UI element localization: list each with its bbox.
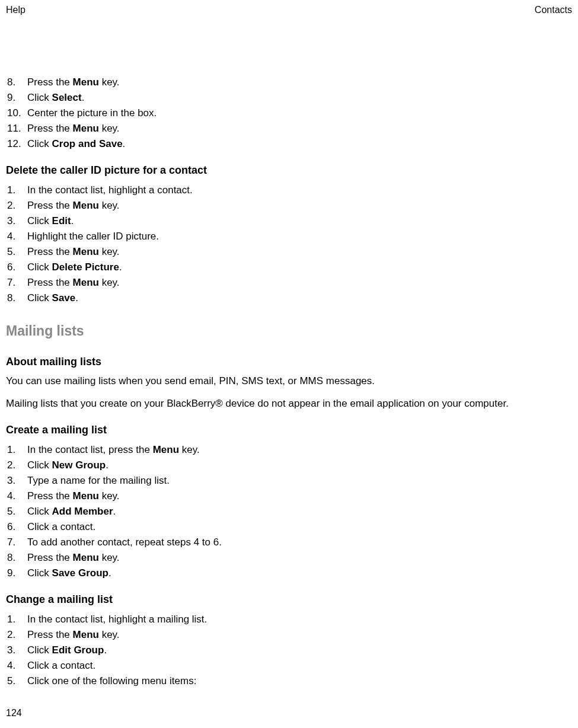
list-item-text: Click a contact. [23,658,95,673]
list-item-text-pre: Click [27,215,52,226]
list-item-text: Type a name for the mailing list. [23,473,170,488]
heading-about-mailing-lists: About mailing lists [6,356,572,368]
list-item: 11.Press the Menu key. [6,121,572,136]
list-item-text-post: key. [99,200,120,211]
list-item-number: 5. [6,673,23,688]
list-item-text-bold: New Group [52,459,106,471]
numbered-list-3: 1.In the contact list, press the Menu ke… [6,442,572,580]
list-item-text: Highlight the caller ID picture. [23,229,159,244]
list-item-text-pre: Press the [27,200,73,211]
list-item-text: In the contact list, highlight a contact… [23,183,193,197]
list-item-text-pre: Center the picture in the box. [27,107,157,119]
list-item: 4.Highlight the caller ID picture. [6,229,572,244]
list-item-text: Press the Menu key. [23,75,120,90]
list-item-text-post: . [106,459,108,471]
list-item-text-bold: Menu [73,246,99,257]
list-item-text: Press the Menu key. [23,275,120,290]
list-item-text-bold: Menu [73,490,99,502]
list-item-text-pre: Highlight the caller ID picture. [27,231,159,242]
numbered-list-4: 1.In the contact list, highlight a maili… [6,612,572,688]
list-item: 1.In the contact list, press the Menu ke… [6,442,572,457]
list-item-text-post: key. [99,552,120,563]
list-item-text-pre: In the contact list, highlight a contact… [27,184,193,196]
list-item: 12.Click Crop and Save. [6,136,572,151]
list-item-text-pre: Click [27,644,52,656]
list-item-text-post: . [104,644,107,656]
list-item-number: 3. [6,643,23,657]
list-item: 9.Click Select. [6,90,572,105]
list-item-text-pre: Click a contact. [27,660,95,671]
page-header: Help Contacts [0,0,578,15]
list-item-text-pre: Press the [27,490,73,502]
list-item-number: 8. [6,75,23,90]
list-item-text-pre: Click one of the following menu items: [27,675,196,687]
list-item-number: 3. [6,473,23,488]
list-item-text-pre: Press the [27,629,73,640]
list-item-text-pre: Click a contact. [27,521,95,532]
list-item-number: 2. [6,627,23,642]
list-item-text-bold: Select [52,92,82,103]
heading-delete-caller-id: Delete the caller ID picture for a conta… [6,164,572,177]
list-item-text: Click Save. [23,290,78,305]
list-item: 7.Press the Menu key. [6,275,572,290]
list-item-text-pre: Press the [27,277,73,288]
list-item-number: 7. [6,275,23,290]
list-item-text-post: . [123,138,126,149]
paragraph-1: You can use mailing lists when you send … [6,374,572,388]
list-item-text-post: . [71,215,74,226]
list-item-text: Click a contact. [23,519,95,534]
list-item-number: 1. [6,183,23,197]
list-item: 5.Click Add Member. [6,504,572,519]
list-item-text-post: . [113,506,116,517]
list-item: 9.Click Save Group. [6,566,572,580]
list-item-text-bold: Edit Group [52,644,104,656]
list-item-number: 11. [6,121,23,136]
list-item-text-post: key. [99,246,120,257]
list-item: 1.In the contact list, highlight a maili… [6,612,572,627]
list-item-text-post: . [119,261,122,273]
page-content: 8.Press the Menu key.9.Click Select.10.C… [0,15,578,688]
page-number: 124 [6,708,22,719]
list-item-number: 4. [6,229,23,244]
list-item-text-bold: Crop and Save [52,138,123,149]
list-item-number: 5. [6,244,23,259]
list-item-text-post: key. [99,76,120,88]
list-item-text: Click Save Group. [23,566,111,580]
list-item-text: Click Select. [23,90,84,105]
list-item-number: 8. [6,290,23,305]
list-item-text: In the contact list, press the Menu key. [23,442,200,457]
list-item: 4.Click a contact. [6,658,572,673]
heading-create-mailing-list: Create a mailing list [6,424,572,436]
list-item-number: 4. [6,488,23,503]
list-item-number: 2. [6,198,23,213]
list-item-text: Click Edit Group. [23,643,107,657]
heading-mailing-lists: Mailing lists [6,323,572,339]
list-item-number: 6. [6,519,23,534]
list-item-text-pre: Click [27,567,52,579]
heading-change-mailing-list: Change a mailing list [6,593,572,606]
list-item-number: 9. [6,566,23,580]
list-item-text-bold: Menu [73,76,99,88]
list-item-text-post: key. [179,444,200,455]
list-item: 3.Click Edit. [6,213,572,228]
list-item-number: 8. [6,550,23,565]
list-item-text-bold: Add Member [52,506,113,517]
list-item-text-bold: Save [52,292,76,304]
list-item: 3.Click Edit Group. [6,643,572,657]
paragraph-2: Mailing lists that you create on your Bl… [6,397,572,411]
list-item-text-pre: Click [27,261,52,273]
list-item-number: 1. [6,442,23,457]
list-item-text: Press the Menu key. [23,488,120,503]
list-item-text-bold: Edit [52,215,71,226]
list-item: 8.Press the Menu key. [6,550,572,565]
list-item-text-bold: Delete Picture [52,261,119,273]
list-item: 2.Press the Menu key. [6,198,572,213]
list-item-text: Click Crop and Save. [23,136,125,151]
list-item-text-pre: Type a name for the mailing list. [27,475,170,486]
list-item-number: 5. [6,504,23,519]
list-item-text: To add another contact, repeat steps 4 t… [23,535,222,550]
numbered-list-2: 1.In the contact list, highlight a conta… [6,183,572,305]
list-item-text: Click Delete Picture. [23,260,122,274]
list-item-text-pre: In the contact list, highlight a mailing… [27,614,207,625]
list-item: 1.In the contact list, highlight a conta… [6,183,572,197]
